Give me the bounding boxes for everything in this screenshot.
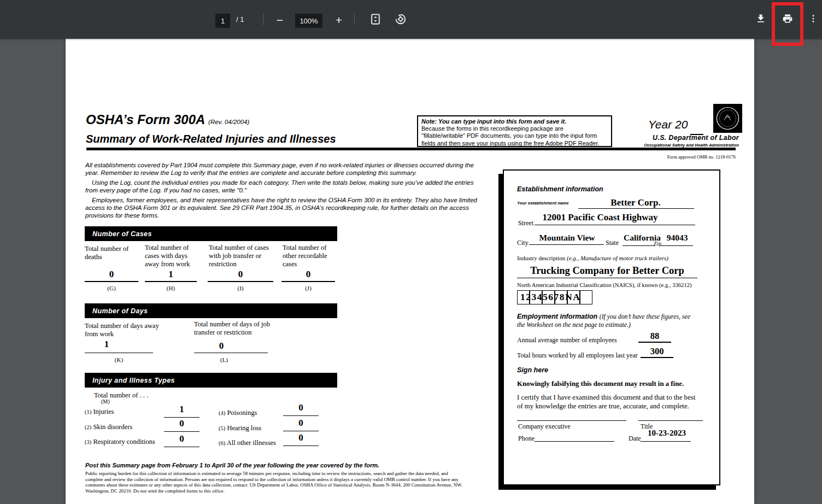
days-col-label: Total number of days away from work bbox=[85, 322, 161, 338]
section-header-number-of-days: Number of Days bbox=[85, 303, 337, 318]
employment-header-text: Employment information bbox=[517, 313, 600, 320]
post-summary-note: Post this Summary page from February 1 t… bbox=[85, 462, 379, 468]
header-rule bbox=[86, 148, 736, 150]
state-value[interactable]: California bbox=[621, 233, 664, 243]
days-code-L: (L) bbox=[194, 356, 254, 363]
certify-statement: I certify that I have examined this docu… bbox=[517, 394, 701, 411]
type-item-num: (4) bbox=[219, 410, 225, 416]
type-underline bbox=[283, 423, 319, 431]
field-underline bbox=[529, 236, 604, 245]
cases-code-J: (J) bbox=[281, 285, 335, 291]
naics-label: North American Industrial Classification… bbox=[517, 282, 708, 288]
city-label: City bbox=[517, 239, 529, 247]
field-underline bbox=[517, 269, 697, 278]
type-item-text: Poisonings bbox=[227, 409, 257, 417]
rotate-counterclockwise-icon bbox=[395, 13, 407, 27]
paperwork-burden-note: Public reporting burden for this collect… bbox=[85, 471, 462, 494]
toolbar-divider bbox=[354, 13, 355, 25]
zoom-in-button[interactable]: + bbox=[331, 12, 347, 27]
type-item-label: (5) Hearing loss bbox=[219, 424, 261, 432]
naics-cell bbox=[580, 290, 592, 304]
pdf-viewer-window: 1 / 1 − 100% + bbox=[0, 0, 822, 504]
cases-underline bbox=[208, 274, 273, 282]
type-underline bbox=[164, 439, 199, 447]
type-item-num: (2) bbox=[85, 424, 91, 430]
type-item-label: (3) Respiratory conditions bbox=[85, 438, 155, 446]
naics-value[interactable]: 12345678NA bbox=[520, 291, 580, 303]
download-icon bbox=[755, 13, 766, 26]
type-item-label: (1) Injuries bbox=[85, 408, 114, 416]
cases-code-H: (H) bbox=[145, 285, 197, 291]
more-menu-button[interactable] bbox=[806, 11, 821, 27]
form-subtitle: Summary of Work-Related Injuries and Ill… bbox=[86, 133, 336, 145]
phone-label: Phone bbox=[518, 435, 535, 443]
form-revision: (Rev. 04/2004) bbox=[208, 119, 249, 125]
cases-col-label: Total number of other recordable cases bbox=[283, 244, 337, 268]
zoom-level[interactable]: 100% bbox=[295, 14, 322, 28]
types-intro-code: (M) bbox=[101, 398, 110, 405]
type-item-label: (2) Skin disorders bbox=[85, 423, 132, 431]
state-label: State bbox=[606, 239, 619, 247]
cases-code-I: (I) bbox=[208, 285, 273, 291]
street-label: Street bbox=[518, 219, 533, 227]
note-body: Because the forms in this recordkeeping … bbox=[421, 125, 608, 147]
type-underline bbox=[283, 438, 319, 446]
industry-label-example: (e.g., Manufacture of motor truck traile… bbox=[567, 255, 668, 261]
page-count-label: / 1 bbox=[236, 15, 244, 24]
toolbar-divider bbox=[263, 13, 263, 25]
zoom-out-button[interactable]: − bbox=[272, 12, 287, 27]
signature-line[interactable] bbox=[517, 413, 626, 421]
field-underline bbox=[641, 350, 673, 358]
page-number-input[interactable]: 1 bbox=[215, 14, 230, 28]
industry-label: Industry description (e.g., Manufacture … bbox=[517, 255, 668, 261]
rotate-button[interactable] bbox=[392, 12, 409, 27]
pdf-toolbar: 1 / 1 − 100% + bbox=[0, 0, 822, 39]
intro-paragraph-2: Using the Log, count the individual entr… bbox=[85, 179, 482, 195]
fit-page-button[interactable] bbox=[367, 12, 384, 27]
cases-underline bbox=[281, 274, 335, 282]
dol-seal-logo bbox=[713, 104, 742, 133]
date-line bbox=[641, 433, 691, 442]
type-item-text: Hearing loss bbox=[227, 424, 261, 432]
date-label: Date bbox=[629, 435, 641, 443]
download-button[interactable] bbox=[753, 11, 768, 27]
cases-col-label: Total number of cases with job transfer … bbox=[209, 244, 274, 268]
minus-icon: − bbox=[277, 14, 283, 26]
days-col-label: Total number of days of job transfer or … bbox=[194, 320, 284, 337]
plus-icon: + bbox=[336, 14, 342, 26]
falsify-warning: Knowingly falsifying this document may r… bbox=[517, 380, 684, 388]
type-item-label: (6) All other illnesses bbox=[219, 439, 276, 447]
company-executive-label: Company executive bbox=[518, 423, 571, 431]
sign-here-header: Sign here bbox=[517, 366, 548, 374]
osha-admin-line: Occupational Safety and Health Administr… bbox=[619, 143, 739, 148]
days-underline bbox=[85, 345, 153, 353]
naics-boxes[interactable]: 12345678NA bbox=[517, 290, 604, 304]
type-item-text: All other illnesses bbox=[227, 439, 276, 447]
title-line[interactable] bbox=[638, 413, 703, 421]
pdf-page: OSHA’s Form 300A (Rev. 04/2004) Summary … bbox=[66, 39, 754, 504]
year-label: Year 20 bbox=[648, 118, 688, 131]
phone-line[interactable] bbox=[535, 433, 614, 442]
form-title: OSHA’s Form 300A (Rev. 04/2004) bbox=[86, 112, 249, 127]
establishment-header: Establishment information bbox=[517, 185, 603, 193]
type-underline bbox=[164, 424, 199, 432]
cases-code-G: (G) bbox=[85, 285, 138, 291]
field-underline bbox=[660, 237, 693, 246]
note-title: Note: You can type input into this form … bbox=[421, 118, 608, 125]
employees-label: Annual average number of employees bbox=[517, 336, 617, 344]
note-box: Note: You can type input into this form … bbox=[417, 115, 612, 147]
type-item-num: (5) bbox=[219, 425, 225, 431]
type-item-num: (3) bbox=[85, 439, 91, 445]
cases-underline bbox=[145, 274, 197, 282]
intro-paragraph-1: All establishments covered by Part 1904 … bbox=[85, 161, 482, 177]
field-underline bbox=[638, 335, 671, 343]
days-code-K: (K) bbox=[85, 356, 153, 363]
fit-page-icon bbox=[369, 13, 381, 27]
type-item-num: (1) bbox=[85, 409, 91, 415]
intro-paragraph-3: Employees, former employees, and their r… bbox=[85, 196, 482, 220]
type-item-text: Respiratory conditions bbox=[93, 438, 155, 446]
print-button-highlight-box bbox=[772, 2, 803, 46]
cases-col-label: Total number of cases with days away fro… bbox=[145, 244, 203, 268]
omb-approval: Form approved OMB no. 1218-0176 bbox=[626, 154, 736, 160]
section-header-number-of-cases: Number of Cases bbox=[85, 226, 337, 241]
